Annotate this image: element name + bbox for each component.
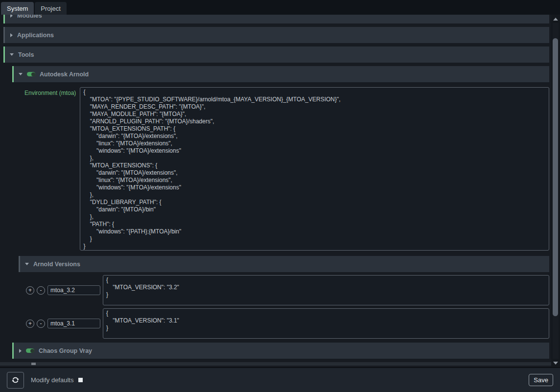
caret-right-icon (10, 33, 13, 37)
section-title: Applications (17, 32, 54, 39)
add-version-button[interactable]: + (26, 286, 34, 295)
caret-down-icon (25, 263, 29, 265)
section-header-autodesk-arnold[interactable]: Autodesk Arnold (12, 66, 549, 82)
toggle-knob (31, 72, 35, 76)
version-key-input[interactable] (47, 319, 100, 328)
section-header-chaos-group-vray[interactable]: Chaos Group Vray (12, 343, 549, 359)
section-title: Modules (17, 15, 42, 19)
scroll-up-button[interactable] (551, 15, 560, 23)
section-header-modules[interactable]: Modules (3, 15, 549, 23)
scroll-down-icon (553, 362, 558, 365)
horizontal-scrollbar[interactable] (0, 362, 551, 366)
environment-label: Environment (mtoa) (24, 87, 76, 251)
tab-project[interactable]: Project (35, 2, 66, 15)
footer-toolbar: Modify defaults Save (0, 367, 560, 392)
section-header-arnold-versions[interactable]: Arnold Versions (19, 256, 549, 272)
environment-json-textarea[interactable]: { "MTOA": "{PYPE_STUDIO_SOFTWARE}/arnold… (80, 87, 549, 251)
modify-defaults-checkbox[interactable] (78, 378, 83, 382)
section-title: Arnold Versions (33, 261, 80, 268)
environment-row: Environment (mtoa) { "MTOA": "{PYPE_STUD… (24, 87, 549, 251)
settings-scroll-area: Modules Applications Tools Autodesk Arno… (0, 15, 551, 367)
version-json-textarea[interactable]: { "MTOA_VERSION": "3.1" } (103, 308, 549, 339)
scroll-up-icon (553, 18, 558, 21)
version-row: + - { "MTOA_VERSION": "3.2" } (19, 275, 549, 305)
vray-enabled-toggle[interactable] (26, 348, 34, 353)
remove-version-button[interactable]: - (37, 286, 45, 295)
section-title: Chaos Group Vray (39, 347, 92, 354)
tab-system[interactable]: System (1, 2, 34, 15)
add-version-button[interactable]: + (26, 320, 34, 328)
arnold-enabled-toggle[interactable] (27, 72, 35, 76)
version-row: + - { "MTOA_VERSION": "3.1" } (19, 308, 549, 339)
caret-down-icon (19, 73, 23, 75)
vertical-scrollbar-thumb[interactable] (553, 38, 558, 316)
version-key-input[interactable] (47, 285, 100, 295)
section-title: Tools (18, 51, 34, 58)
section-title: Autodesk Arnold (40, 71, 89, 78)
modify-defaults-label: Modify defaults (31, 376, 73, 384)
refresh-icon (11, 376, 20, 384)
caret-right-icon (10, 15, 13, 18)
tools-section-content: Autodesk Arnold Environment (mtoa) { "MT… (12, 66, 549, 359)
refresh-button[interactable] (7, 372, 24, 389)
arnold-content: Arnold Versions + - { "MTOA_VERSION": "3… (19, 256, 549, 339)
caret-down-icon (10, 53, 14, 56)
toggle-knob (30, 349, 34, 353)
caret-right-icon (19, 349, 22, 353)
section-header-applications[interactable]: Applications (3, 27, 549, 43)
save-button[interactable]: Save (529, 374, 553, 386)
tab-bar: System Project (0, 0, 560, 15)
section-header-tools[interactable]: Tools (3, 46, 549, 63)
version-json-textarea[interactable]: { "MTOA_VERSION": "3.2" } (103, 275, 549, 305)
remove-version-button[interactable]: - (37, 320, 45, 328)
horizontal-scrollbar-thumb[interactable] (31, 363, 36, 365)
vertical-scrollbar[interactable] (551, 15, 560, 367)
scroll-down-button[interactable] (551, 359, 560, 367)
